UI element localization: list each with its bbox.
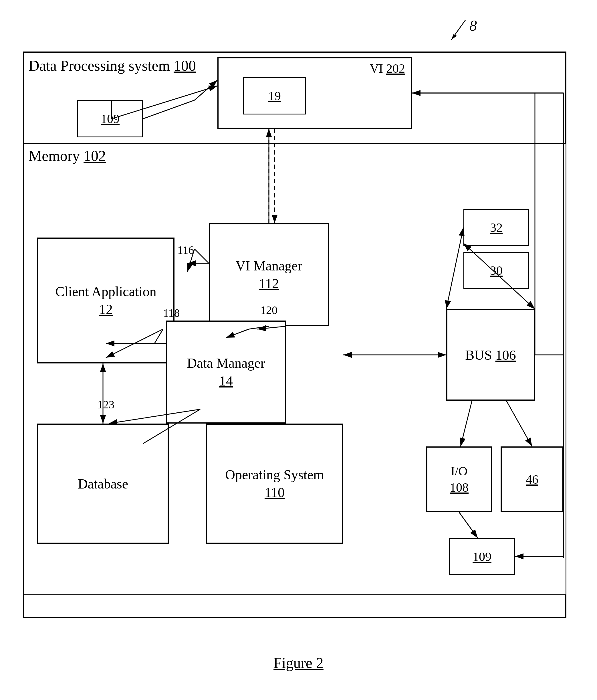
client-app-label: Client Application 12 [55, 283, 156, 319]
box-109-left: 109 [77, 100, 143, 138]
figure-reference: 8 [443, 17, 477, 49]
database-label: Database [78, 476, 128, 492]
label-123: 123 [97, 398, 114, 411]
vi-inner-box: 19 [243, 77, 306, 115]
outer-system-label: Data Processing system 100 [29, 57, 196, 74]
os-label: Operating System 110 [225, 466, 324, 502]
figure-number: 8 [469, 17, 477, 34]
bus-label: BUS 106 [465, 347, 516, 363]
os-box: Operating System 110 [206, 424, 343, 544]
svg-marker-1 [451, 34, 457, 40]
io-label: I/O 108 [450, 463, 469, 496]
box-32: 32 [463, 209, 529, 246]
label-116: 116 [177, 243, 194, 257]
box-30: 30 [463, 252, 529, 289]
data-manager-label: Data Manager 14 [187, 354, 265, 390]
io-box: I/O 108 [426, 446, 492, 512]
figure-caption: Figure 2 [0, 654, 597, 671]
vi-label: VI 202 [370, 61, 405, 76]
client-application-box: Client Application 12 [37, 238, 175, 364]
vi-manager-label: VI Manager 112 [235, 257, 302, 293]
box-46: 46 [501, 446, 564, 512]
bus-box: BUS 106 [446, 309, 535, 401]
label-118: 118 [163, 306, 180, 320]
box-109-bottom: 109 [449, 538, 515, 575]
memory-label: Memory 102 [29, 147, 106, 164]
label-120: 120 [260, 303, 278, 317]
data-manager-box: Data Manager 14 [166, 321, 286, 424]
database-box: Database [37, 424, 169, 544]
page: 8 Data Processing system 100 Memory 102 … [0, 0, 597, 700]
